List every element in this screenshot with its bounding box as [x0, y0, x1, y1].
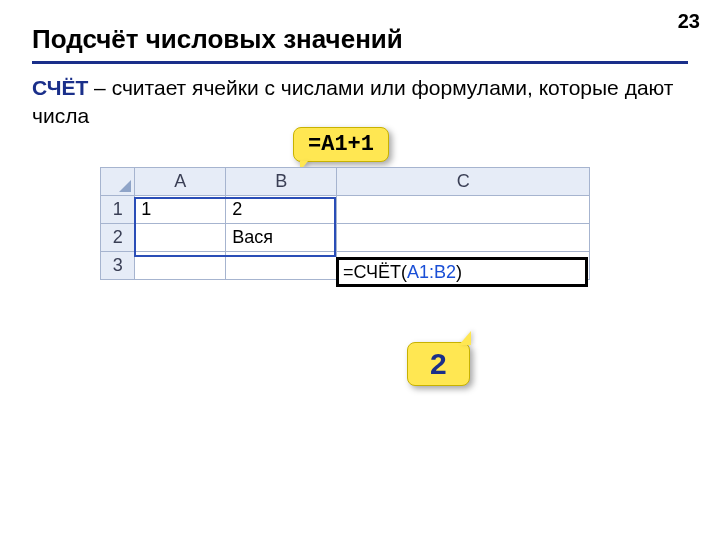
cell-a1[interactable]: 1: [135, 196, 226, 224]
col-header-b[interactable]: B: [226, 168, 337, 196]
cell-c2[interactable]: [337, 224, 590, 252]
row-header-1[interactable]: 1: [101, 196, 135, 224]
description: СЧЁТ – считает ячейки с числами или форм…: [32, 74, 688, 131]
cell-a2[interactable]: [135, 224, 226, 252]
spreadsheet: A B C 1 1 2 2 Вася 3: [100, 167, 590, 280]
result-callout: 2: [407, 342, 470, 386]
row-header-2[interactable]: 2: [101, 224, 135, 252]
col-header-c[interactable]: C: [337, 168, 590, 196]
select-all-corner[interactable]: [101, 168, 135, 196]
description-text: – считает ячейки с числами или формулами…: [32, 76, 673, 127]
spreadsheet-grid: A B C 1 1 2 2 Вася 3: [100, 167, 590, 280]
cell-c3[interactable]: [337, 252, 590, 280]
cell-a3[interactable]: [135, 252, 226, 280]
cell-b1[interactable]: 2: [226, 196, 337, 224]
slide-title: Подсчёт числовых значений: [32, 24, 688, 55]
title-underline: [32, 61, 688, 64]
col-header-a[interactable]: A: [135, 168, 226, 196]
page-number: 23: [678, 10, 700, 33]
function-name: СЧЁТ: [32, 76, 88, 99]
cell-b3[interactable]: [226, 252, 337, 280]
cell-c1[interactable]: [337, 196, 590, 224]
formula-callout: =A1+1: [293, 127, 389, 162]
row-header-3[interactable]: 3: [101, 252, 135, 280]
cell-b2[interactable]: Вася: [226, 224, 337, 252]
slide: 23 Подсчёт числовых значений СЧЁТ – счит…: [0, 0, 720, 540]
